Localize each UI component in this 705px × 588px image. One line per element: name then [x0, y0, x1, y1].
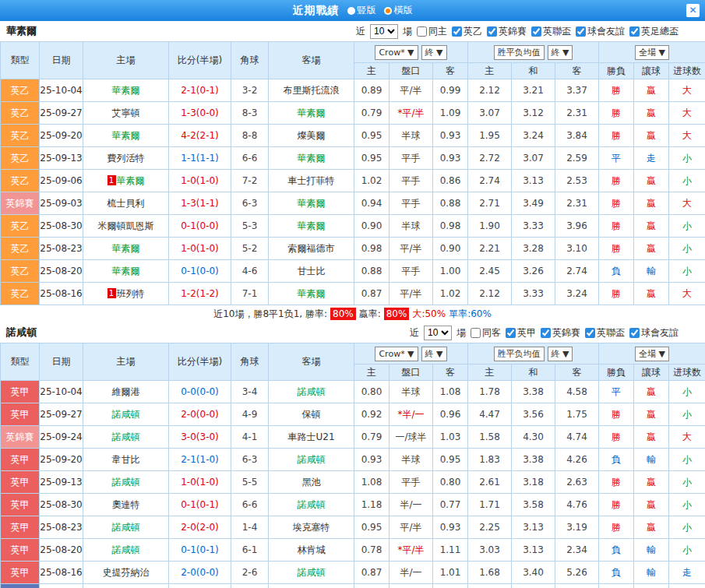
full-match-select[interactable]: 全場 ▼	[635, 347, 669, 361]
filter-row: 華素爾 近10場同主英乙英錦賽英聯盃球會友誼英足總盃	[0, 21, 705, 41]
league-filter-英錦賽[interactable]: 英錦賽	[541, 326, 580, 340]
home-team-cell[interactable]: 史提芬納治	[83, 562, 169, 584]
filter-label: 英乙	[464, 25, 482, 38]
final-odds-select[interactable]: 終 ▼	[421, 347, 447, 361]
league-filter-checkbox[interactable]	[506, 328, 516, 338]
layout-radio-horizontal[interactable]: 橫版	[384, 4, 413, 17]
full-match-select[interactable]: 全場 ▼	[635, 45, 669, 60]
home-team-cell[interactable]: 諾咸頓	[83, 584, 169, 588]
filter-label: 英足總盃	[641, 25, 679, 38]
home-team-name: 奧連特	[112, 499, 140, 510]
away-team-cell[interactable]: 黑池	[269, 471, 354, 494]
away-team-name: 諾咸頓	[298, 454, 326, 465]
league-filter-英乙[interactable]: 英乙	[452, 25, 482, 38]
date-cell: 25-09-06	[40, 170, 83, 192]
home-team-cell[interactable]: 維爾港	[83, 381, 169, 403]
league-filter-同主[interactable]: 同主	[417, 25, 447, 38]
away-team-cell[interactable]: 華素爾	[269, 192, 354, 215]
home-team-cell[interactable]: 艾寧頓	[83, 102, 169, 125]
date-cell: 25-08-20	[40, 260, 83, 283]
score-cell: 1-1(1-1)	[169, 147, 231, 170]
away-team-cell[interactable]: 埃克塞特	[269, 516, 354, 539]
home-team-cell[interactable]: 諾咸頓	[83, 403, 169, 426]
league-filter-球會友誼[interactable]: 球會友誼	[629, 326, 679, 340]
home-team-cell[interactable]: 諾咸頓	[83, 426, 169, 449]
radio-selected-icon	[384, 7, 392, 15]
away-team-cell[interactable]: 保頓	[269, 403, 354, 426]
final-avg-select[interactable]: 終 ▼	[548, 347, 573, 361]
league-filter-checkbox[interactable]	[531, 26, 541, 37]
away-team-cell[interactable]: 華素爾	[269, 102, 354, 125]
home-team-cell[interactable]: 梳士貝利	[83, 192, 169, 215]
away-team-cell[interactable]: 華素爾	[269, 147, 354, 170]
league-filter-checkbox[interactable]	[629, 26, 640, 37]
home-team-cell[interactable]: 費列活特	[83, 147, 169, 170]
date-cell: 25-10-04	[40, 79, 83, 102]
league-filter-英聯盃[interactable]: 英聯盃	[585, 326, 625, 340]
away-team-cell[interactable]: 修咸頓	[269, 584, 354, 588]
handicap-cell: 半/一	[390, 494, 433, 516]
layout-radio-vertical[interactable]: 豎版	[347, 4, 376, 17]
bookmaker-select[interactable]: Crow* ▼	[375, 347, 418, 361]
final-avg-select[interactable]: 終 ▼	[548, 45, 573, 60]
away-team-cell[interactable]: 諾咸頓	[269, 381, 354, 403]
league-filter-checkbox[interactable]	[452, 26, 462, 37]
league-filter-checkbox[interactable]	[576, 26, 586, 37]
final-odds-select[interactable]: 終 ▼	[421, 45, 447, 60]
league-filter-英錦賽[interactable]: 英錦賽	[487, 25, 527, 38]
avg-away-cell: 2.31	[555, 102, 599, 125]
home-team-cell[interactable]: 華素爾	[83, 79, 169, 102]
league-filter-同客[interactable]: 同客	[471, 326, 501, 340]
league-type-cell: 英甲	[1, 494, 40, 516]
column-header-date: 日期	[40, 343, 83, 381]
avg-home-cell: 1.68	[468, 562, 512, 584]
handicap-result-cell: 走	[634, 147, 669, 170]
away-team-cell[interactable]: 布里斯托流浪	[269, 79, 354, 102]
home-team-cell[interactable]: 華素爾	[83, 238, 169, 260]
home-team-cell[interactable]: 1班列特	[83, 283, 169, 305]
league-filter-英甲[interactable]: 英甲	[506, 326, 536, 340]
avg-draw-cell: 3.38	[512, 449, 555, 471]
home-team-name: 維爾港	[112, 386, 140, 397]
home-team-cell[interactable]: 諾咸頓	[83, 516, 169, 539]
away-team-cell[interactable]: 林肯城	[269, 539, 354, 562]
home-team-cell[interactable]: 諾咸頓	[83, 471, 169, 494]
home-team-cell[interactable]: 奧連特	[83, 494, 169, 516]
away-team-cell[interactable]: 甘士比	[269, 260, 354, 283]
filter-row: 諾咸頓 近10場同客英甲英錦賽英聯盃球會友誼	[0, 322, 705, 343]
avg-away-cell: 3.37	[555, 79, 599, 102]
away-team-cell[interactable]: 華素爾	[269, 215, 354, 238]
score-cell: 4-2(2-1)	[169, 125, 231, 147]
corner-cell: 7-2	[231, 170, 269, 192]
home-team-cell[interactable]: 諾咸頓	[83, 539, 169, 562]
away-team-cell[interactable]: 諾咸頓	[269, 449, 354, 471]
league-filter-checkbox[interactable]	[471, 328, 481, 338]
near-count-select[interactable]: 10	[424, 326, 452, 340]
match-table: 類型日期主場比分(半場)角球客場Crow* ▼終 ▼胜平负均值終 ▼全場 ▼主盤…	[0, 41, 705, 305]
away-team-cell[interactable]: 車路士U21	[269, 426, 354, 449]
home-team-cell[interactable]: 華素爾	[83, 260, 169, 283]
bookmaker-select[interactable]: Crow* ▼	[375, 45, 418, 60]
near-count-select[interactable]: 10	[370, 24, 398, 39]
home-team-cell[interactable]: 1華素爾	[83, 170, 169, 192]
home-team-cell[interactable]: 米爾頓凱恩斯	[83, 215, 169, 238]
league-filter-checkbox[interactable]	[629, 328, 640, 338]
league-filter-checkbox[interactable]	[585, 328, 595, 338]
league-filter-checkbox[interactable]	[541, 328, 551, 338]
away-team-cell[interactable]: 索爾福德市	[269, 238, 354, 260]
away-team-cell[interactable]: 燦美爾	[269, 125, 354, 147]
home-team-cell[interactable]: 華素爾	[83, 125, 169, 147]
away-team-cell[interactable]: 諾咸頓	[269, 562, 354, 584]
league-filter-checkbox[interactable]	[417, 26, 427, 37]
away-team-cell[interactable]: 車士打菲特	[269, 170, 354, 192]
home-team-cell[interactable]: 韋甘比	[83, 449, 169, 471]
league-filter-球會友誼[interactable]: 球會友誼	[576, 25, 625, 38]
away-team-cell[interactable]: 諾咸頓	[269, 494, 354, 516]
close-icon[interactable]: ✕	[686, 4, 700, 17]
league-filter-英聯盃[interactable]: 英聯盃	[531, 25, 571, 38]
league-filter-英足總盃[interactable]: 英足總盃	[629, 25, 679, 38]
away-team-cell[interactable]: 華素爾	[269, 283, 354, 305]
corner-cell: 2-6	[231, 562, 269, 584]
league-filter-checkbox[interactable]	[487, 26, 497, 37]
match-row: 英乙25-08-161班列特1-2(1-2)7-1華素爾0.87平/半1.022…	[1, 283, 705, 305]
